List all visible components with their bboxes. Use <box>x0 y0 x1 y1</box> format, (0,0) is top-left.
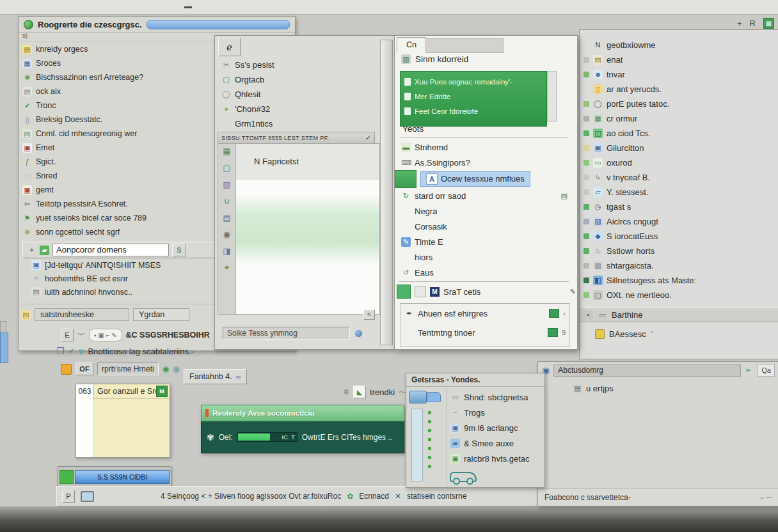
middle-window-scrollbar[interactable] <box>380 40 393 345</box>
tree-item[interactable]: ◫ ao ciod Tcs. <box>580 126 778 141</box>
popup-action-row[interactable]: M SraT cetis ✎ <box>395 284 576 299</box>
tree-item[interactable]: ▤ enat <box>580 52 778 67</box>
toolbar-icon[interactable]: ◉ <box>222 230 232 239</box>
list-item[interactable]: ▯ Breksig Doesstatc. <box>19 113 218 127</box>
popup-item[interactable]: Corsasik <box>397 219 571 234</box>
tree-item[interactable]: ▦ cr ormur <box>580 111 778 126</box>
tree-item[interactable]: ▭ oxurod <box>580 155 778 170</box>
combo-side-button[interactable]: S <box>172 244 186 256</box>
popup-item[interactable]: Negra <box>397 203 571 219</box>
popup-header-item[interactable]: ▥ Sinm kdorreid <box>401 54 468 64</box>
popup-tab[interactable]: Cn <box>397 37 426 52</box>
pencil-icon[interactable]: ✎ <box>570 288 576 296</box>
right-sub-item[interactable]: BAessesc ° <box>580 322 778 341</box>
corner-tab[interactable]: Qa <box>758 364 775 377</box>
tree-item[interactable]: ◧ Sillnetsugess ats Maste: <box>580 273 778 288</box>
tree-item[interactable]: ▯ ar ant yerucds. <box>580 82 778 97</box>
footer-field[interactable]: Soike Tesss ynmnog <box>223 327 350 340</box>
files-window-title[interactable]: Getsrsas - Yondes. <box>406 373 544 387</box>
list-item[interactable]: ✔ Tronc <box>19 98 218 113</box>
tree-item[interactable]: N geotbxiowme <box>580 38 778 52</box>
progress-bar[interactable]: S.S SS9N CIDBI <box>75 470 170 484</box>
tree-item[interactable]: ▱ Y. stessest. <box>580 185 778 199</box>
footer-value-cell[interactable]: Ygrdan <box>133 308 189 321</box>
list-item[interactable]: ▤ knreidy orgecs <box>19 42 218 56</box>
toolbar-icon[interactable]: ▤ <box>222 213 232 223</box>
teal-circle-icon[interactable]: ◎ <box>173 364 179 373</box>
menu-item[interactable]: ▢ Orgtacb <box>218 72 368 87</box>
list-item[interactable]: ▤ ock aix <box>19 84 218 98</box>
toolbar-icon[interactable]: ∪ <box>222 196 232 206</box>
menu-item[interactable]: Grm1ntics <box>218 116 368 131</box>
e-button[interactable]: E <box>61 329 74 341</box>
blue-rounded-button[interactable] <box>409 391 427 403</box>
right-section-bar[interactable]: ▫ ▭ Barthine <box>580 308 778 322</box>
green-block-row[interactable]: Xuu Pues sognac remadainy'- <box>401 74 546 89</box>
fantahnb-field[interactable]: Fantahnb 4. ∞ <box>184 369 247 384</box>
menu-item[interactable]: ✂ Ss's pesist <box>218 58 368 72</box>
file-item[interactable]: ▣ 9m l6 acriangc <box>447 420 544 435</box>
list-item[interactable]: ▦ Sroces <box>19 56 218 70</box>
list-item[interactable]: ❋ Bischssazinon esrl Arreteage? <box>19 70 218 84</box>
close-icon[interactable]: ✕ <box>395 492 401 501</box>
taskbar-badge-1[interactable]: Ecnnacd <box>359 492 389 501</box>
green-table-icon[interactable]: ▦ <box>763 18 774 29</box>
list-item[interactable]: □ Snred <box>19 169 218 183</box>
of-badge[interactable]: OF <box>75 363 93 375</box>
plus-icon[interactable]: + <box>737 19 742 28</box>
list-item[interactable]: ▤ Cnml. cid mhesogreonig wer <box>19 127 218 141</box>
blue-folder-icon[interactable] <box>427 392 441 402</box>
popup-item[interactable]: ✎ Tlmte E <box>397 234 571 249</box>
tree-item[interactable]: ▣ Gilurcitton <box>580 141 778 155</box>
toolbar-icon[interactable]: ✦ <box>222 263 232 272</box>
back-window-titlebar[interactable]: Roogrerte die czescgrgsc. <box>19 17 295 33</box>
popup-footer-item[interactable]: ✒ Ahuen esf ehirgres ‹ <box>401 304 569 323</box>
link-icon[interactable]: ∞ <box>236 373 241 380</box>
tree-item[interactable]: ▢ OXt. ne mertieoo. <box>580 288 778 302</box>
sticky-note[interactable]: 063 Gor oanzull e Srek K M <box>75 384 170 458</box>
edge-tab-blue[interactable] <box>0 332 8 363</box>
tree-item[interactable]: ◷ tgast s <box>580 199 778 214</box>
menu-item[interactable]: ● 'Chon#32 <box>218 102 368 116</box>
selected-item-chip[interactable]: A Ocew tessxue nmfiues <box>420 171 530 187</box>
middle-window-tab[interactable]: ℯ <box>218 38 241 56</box>
toolbar-icon[interactable]: ▦ <box>222 146 232 156</box>
list-item[interactable]: ƒ Sgict. <box>19 155 218 169</box>
green-triangle-button[interactable]: ◣ <box>353 386 366 398</box>
popup-item[interactable]: ↺ Eaus <box>397 265 571 280</box>
start-button[interactable]: P <box>62 490 75 503</box>
abw-list-item[interactable]: ▤ u ertjps <box>573 384 778 393</box>
popup-footer-item[interactable]: Tentmtng tinoer 9 <box>401 323 569 342</box>
green-block-row[interactable]: Mer Edntte <box>401 89 546 104</box>
popup-item[interactable]: ⌨ As.Ssingipors? <box>397 155 571 170</box>
status-corner-icons[interactable]: ▫ ∼ <box>761 493 772 502</box>
popup-item[interactable]: hiors <box>397 249 571 265</box>
tree-item[interactable]: ◯ porE putes tatoc. <box>580 97 778 111</box>
sticky-green-chip-icon[interactable]: M <box>156 386 168 397</box>
tree-item[interactable]: ◆ S iorocatEuss <box>580 229 778 244</box>
file-item[interactable]: ▭ Shnd: sbctgnetsa <box>447 389 544 405</box>
file-item[interactable]: ▰ & Smee auxe <box>447 435 544 451</box>
chevron-down-icon[interactable]: ﹀ <box>77 330 85 341</box>
toolbar-icon[interactable]: ◨ <box>222 246 232 256</box>
tree-item[interactable]: ▥ shtargaicsta. <box>580 258 778 273</box>
tree-item[interactable]: ▨ Aiclrcs cngugt <box>580 214 778 229</box>
menu-item[interactable]: ◯ Qhlesit <box>218 87 368 102</box>
green-arrow-icon[interactable]: ➣ <box>745 366 751 375</box>
list-item[interactable]: ▣ Emet <box>19 141 218 155</box>
popup-item[interactable]: ↻ stard orr saod ▤ <box>397 188 571 203</box>
domain-combo-field[interactable]: Aonpcoror domens <box>52 244 169 256</box>
edge-tab-gray[interactable] <box>0 321 6 334</box>
toolbar-icon[interactable]: ▢ <box>222 163 232 173</box>
list-item[interactable]: ✄ Teiitotp pesstsirA Esohret. <box>19 197 218 211</box>
popup-selected-row[interactable]: A Ocew tessxue nmfiues <box>395 170 574 187</box>
green-circle-icon[interactable]: ◉ <box>163 364 169 373</box>
green-selection-block[interactable]: Xuu Pues sognac remadainy'- Mer Edntte F… <box>400 71 547 127</box>
r-icon[interactable]: R <box>750 19 756 28</box>
file-item[interactable]: ▣ ralcbr8 hvts.getac <box>447 451 544 466</box>
tree-item[interactable]: ☻ tnvar <box>580 67 778 82</box>
stacked-boxes-icon[interactable]: ❒ <box>56 346 65 356</box>
abw-title-bar[interactable]: Abctusdomrg <box>553 364 741 377</box>
popup-item[interactable]: ▬ Stnhemd <box>397 139 571 155</box>
mini-toolbar-pill[interactable]: ▪ ▣ ⌐ ✎ <box>89 329 122 341</box>
